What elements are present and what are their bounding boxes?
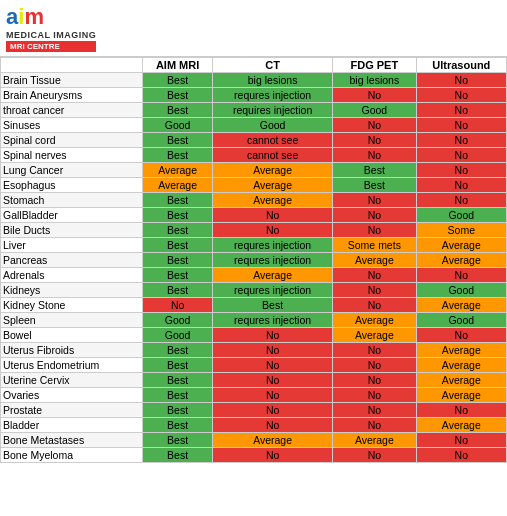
table-row: Stomach Best Average No No [1,193,507,208]
mri-cell: Best [143,403,213,418]
mri-cell: Best [143,223,213,238]
table-row: Bone Metastases Best Average Average No [1,433,507,448]
us-cell: Average [416,298,506,313]
table-row: Prostate Best No No No [1,403,507,418]
logo-m: m [24,4,44,29]
us-cell: No [416,178,506,193]
us-cell: Average [416,388,506,403]
us-cell: No [416,148,506,163]
pet-cell: Average [333,253,417,268]
us-cell: Average [416,238,506,253]
mri-cell: No [143,298,213,313]
table-row: Liver Best requres injection Some mets A… [1,238,507,253]
pet-cell: No [333,298,417,313]
ct-cell: No [213,328,333,343]
ct-cell: No [213,223,333,238]
pet-cell: Average [333,328,417,343]
mri-cell: Best [143,433,213,448]
mri-cell: Best [143,373,213,388]
table-row: throat cancer Best requires injection Go… [1,103,507,118]
row-label: Esophagus [1,178,143,193]
us-cell: No [416,328,506,343]
table-row: Bile Ducts Best No No Some [1,223,507,238]
row-label: Prostate [1,403,143,418]
pet-cell: No [333,88,417,103]
us-cell: No [416,73,506,88]
pet-cell: Average [333,313,417,328]
us-cell: Good [416,313,506,328]
us-cell: No [416,268,506,283]
row-label: Lung Cancer [1,163,143,178]
us-cell: Average [416,373,506,388]
ct-cell: No [213,448,333,463]
table-row: Bladder Best No No Average [1,418,507,433]
table-row: Lung Cancer Average Average Best No [1,163,507,178]
mri-cell: Average [143,178,213,193]
row-label: Uterus Fibroids [1,343,143,358]
table-row: Uterus Fibroids Best No No Average [1,343,507,358]
pet-cell: No [333,343,417,358]
pet-cell: No [333,268,417,283]
mri-cell: Best [143,268,213,283]
pet-cell: No [333,388,417,403]
row-label: Kidneys [1,283,143,298]
table-row: Spleen Good requres injection Average Go… [1,313,507,328]
mri-cell: Average [143,163,213,178]
row-label: Brain Aneurysms [1,88,143,103]
ct-cell: Average [213,193,333,208]
us-cell: Average [416,418,506,433]
ct-cell: No [213,388,333,403]
pet-cell: No [333,223,417,238]
us-cell: Average [416,358,506,373]
ct-cell: No [213,358,333,373]
logo-text: aim [6,4,96,30]
row-label: Kidney Stone [1,298,143,313]
us-cell: Average [416,253,506,268]
table-row: Spinal nerves Best cannot see No No [1,148,507,163]
row-label: Adrenals [1,268,143,283]
pet-cell: big lesions [333,73,417,88]
table-row: Ovaries Best No No Average [1,388,507,403]
table-row: Spinal cord Best cannot see No No [1,133,507,148]
ct-cell: No [213,343,333,358]
ct-cell: No [213,418,333,433]
row-label: Brain Tissue [1,73,143,88]
ct-cell: Average [213,178,333,193]
us-cell: No [416,403,506,418]
mri-cell: Best [143,283,213,298]
comparison-table: AIM MRI CT FDG PET Ultrasound Brain Tiss… [0,57,507,463]
mri-cell: Good [143,118,213,133]
ct-cell: requres injection [213,238,333,253]
row-label: Ovaries [1,388,143,403]
table-row: Uterine Cervix Best No No Average [1,373,507,388]
us-cell: No [416,163,506,178]
row-label: throat cancer [1,103,143,118]
table-row: Kidney Stone No Best No Average [1,298,507,313]
mri-cell: Best [143,88,213,103]
pet-cell: No [333,208,417,223]
row-label: Uterus Endometrium [1,358,143,373]
mri-cell: Best [143,103,213,118]
us-cell: No [416,448,506,463]
row-label: Bladder [1,418,143,433]
table-row: Brain Aneurysms Best requres injection N… [1,88,507,103]
row-label: Bone Myeloma [1,448,143,463]
logo: aim MEDICAL IMAGING MRI CENTRE [6,4,96,52]
row-label: Sinuses [1,118,143,133]
mri-cell: Best [143,208,213,223]
mri-cell: Best [143,358,213,373]
row-label: Spinal nerves [1,148,143,163]
col-header-ct: CT [213,58,333,73]
pet-cell: No [333,403,417,418]
ct-cell: requres injection [213,313,333,328]
us-cell: No [416,118,506,133]
row-label: Spleen [1,313,143,328]
table-row: Bone Myeloma Best No No No [1,448,507,463]
ct-cell: requres injection [213,253,333,268]
row-label: Bone Metastases [1,433,143,448]
mri-cell: Good [143,313,213,328]
ct-cell: Average [213,163,333,178]
ct-cell: cannot see [213,148,333,163]
us-cell: No [416,433,506,448]
us-cell: Average [416,343,506,358]
